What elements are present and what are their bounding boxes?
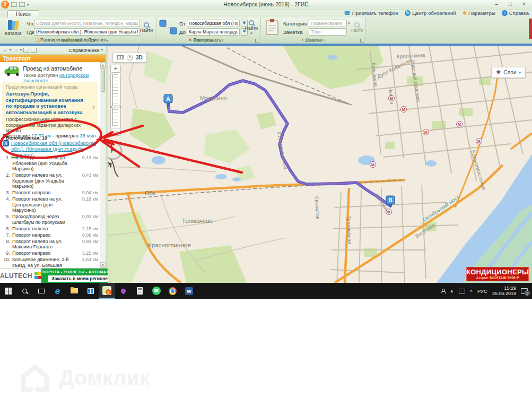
scroll-up-button[interactable]: ▲ bbox=[100, 62, 106, 68]
windows-logo-icon bbox=[5, 288, 12, 295]
route-step[interactable]: 9.Поворот направо3,25 км bbox=[2, 250, 98, 256]
zoom-out-button[interactable]: − bbox=[110, 128, 121, 136]
scroll-down-button[interactable]: ▼ bbox=[100, 262, 106, 268]
edge-panel-sliver bbox=[529, 19, 532, 39]
zoom-slider-handle[interactable] bbox=[111, 106, 120, 108]
map-canvas[interactable]: ✈ М М М М М М М Марусино Станционная 2-я… bbox=[108, 46, 532, 283]
note-input[interactable] bbox=[309, 28, 347, 36]
from-input[interactable] bbox=[187, 20, 240, 27]
traffic-clock-icon[interactable] bbox=[127, 55, 133, 60]
minimize-button[interactable]: – bbox=[490, 0, 503, 8]
close-button[interactable]: × bbox=[517, 0, 531, 8]
category-select[interactable] bbox=[309, 20, 347, 27]
folder-icon bbox=[71, 288, 78, 293]
tray-network-icon[interactable] bbox=[459, 289, 465, 293]
where-input[interactable] bbox=[34, 28, 140, 36]
file-explorer-button[interactable] bbox=[66, 283, 82, 299]
banner-line1: ВОРОТА • РОЛЛЕТЫ • АВТОМАТИКА bbox=[42, 270, 117, 274]
taskbar-search-button[interactable] bbox=[16, 283, 33, 299]
catalog-button[interactable]: Каталог bbox=[2, 18, 25, 37]
language-indicator[interactable]: РУС bbox=[477, 288, 487, 294]
dialog-launcher-icon[interactable] bbox=[360, 39, 364, 42]
find-button-search[interactable]: Найти bbox=[138, 18, 155, 37]
chevron-down-icon: ▾ bbox=[519, 71, 521, 75]
store-button[interactable] bbox=[82, 283, 99, 299]
route-time: 38 мин bbox=[80, 133, 96, 139]
word-icon: W bbox=[185, 287, 193, 295]
export-icon[interactable] bbox=[31, 48, 37, 53]
route-step[interactable]: 8.Поворот налево на ул. Максима Горького… bbox=[2, 239, 98, 250]
back-button[interactable]: ← bbox=[3, 47, 8, 53]
route-steps-list: 1.Начало движения по ул. Яблоневая (днп … bbox=[2, 155, 98, 268]
task-view-button[interactable] bbox=[33, 283, 49, 299]
taskbar-clock[interactable]: 15:2926.06.2019 bbox=[492, 285, 516, 296]
route-step[interactable]: 1.Начало движения по ул. Яблоневая (днп … bbox=[2, 155, 98, 172]
title-bar: 2 ▾ Новосибирск (июнь 2019) - 2ГИС – □ × bbox=[0, 0, 532, 10]
route-step[interactable]: 2.Поворот налево на ул. Кедровая (днп Ус… bbox=[2, 172, 98, 189]
maps-button[interactable] bbox=[115, 283, 132, 299]
route-step[interactable]: 3.Поворот направо0,04 км bbox=[2, 190, 98, 196]
link-help[interactable]: ?Справка bbox=[502, 10, 529, 16]
route-step[interactable]: 10.Кольцевое движение, 2-й съезд, на ул.… bbox=[2, 257, 98, 268]
search-icon bbox=[249, 20, 254, 25]
to-input[interactable] bbox=[187, 28, 240, 36]
chevron-down-icon[interactable]: ▾ bbox=[20, 48, 22, 52]
route-step[interactable]: 7.Поворот направо0,08 км bbox=[2, 232, 98, 238]
references-dropdown[interactable]: Справочники▾ bbox=[69, 47, 103, 53]
scrollbar-thumb[interactable] bbox=[101, 68, 105, 92]
link-parameters[interactable]: ✱Параметры bbox=[463, 10, 495, 16]
2gis-button[interactable] bbox=[99, 283, 115, 299]
find-button-route[interactable]: Найти▾ bbox=[243, 18, 260, 37]
tab-search[interactable]: Поиск bbox=[7, 10, 39, 18]
offer-title-link[interactable]: Автозвук-Профи, сертифицированная компан… bbox=[6, 91, 90, 115]
link-update-center[interactable]: ↻Центр обновлений bbox=[405, 10, 456, 16]
whatsapp-button[interactable]: ☎ bbox=[148, 283, 164, 299]
search-icon bbox=[144, 22, 149, 28]
tray-volume-muted-icon[interactable]: × bbox=[470, 288, 473, 293]
from-label: От bbox=[179, 21, 186, 27]
group-label-notes: Заметки bbox=[261, 38, 365, 44]
offer-ad-block[interactable]: Предложения организаций города Автозвук-… bbox=[2, 82, 98, 130]
ruler-icon[interactable] bbox=[117, 55, 124, 59]
what-input[interactable] bbox=[34, 20, 140, 27]
notification-icon[interactable]: 2 bbox=[521, 288, 528, 294]
chrome-button[interactable] bbox=[164, 283, 181, 299]
zoom-slider[interactable] bbox=[110, 73, 121, 128]
map-ad-badge[interactable]: КОНДИЦИОНЕРЫ Акция! МОНТАЖ 5999 Р bbox=[466, 267, 529, 281]
link-bind-phone[interactable]: ☎Привязать телефон bbox=[344, 10, 398, 16]
transport-mode-title: Проезд на автомобиле bbox=[23, 65, 97, 72]
route-step[interactable]: 4.Поворот налево на ул. Центральная (днп… bbox=[2, 196, 98, 213]
find-button-notes[interactable]: Найти bbox=[349, 18, 365, 37]
3d-button[interactable]: 3D bbox=[136, 55, 143, 60]
chevron-down-icon[interactable]: ▾ bbox=[10, 48, 12, 52]
quick-access-map-icon[interactable] bbox=[11, 2, 17, 7]
tray-chevron-icon[interactable]: ▲ bbox=[450, 289, 454, 293]
quick-access-print-icon[interactable] bbox=[19, 2, 25, 7]
bottom-ad-banner[interactable]: ALUTECH ВОРОТА • РОЛЛЕТЫ • АВТОМАТИКА За… bbox=[0, 268, 106, 283]
chevron-right-icon: › bbox=[92, 102, 95, 111]
route-start-badge: А bbox=[3, 140, 9, 146]
panel-scrollbar[interactable]: ▲ ▼ bbox=[100, 62, 106, 268]
whatsapp-icon: ☎ bbox=[152, 287, 161, 295]
panel-toolbar: ← ▾ → ▾ Справочники▾ bbox=[0, 46, 106, 55]
quick-access-chevron-icon[interactable]: ▾ bbox=[27, 3, 29, 7]
route-step[interactable]: 5.Проход/проезд через шлагбаум по пропус… bbox=[2, 214, 98, 225]
word-button[interactable]: W bbox=[181, 283, 197, 299]
dialog-launcher-icon[interactable] bbox=[255, 39, 259, 42]
svg-text:М: М bbox=[424, 131, 428, 134]
forward-button[interactable]: → bbox=[13, 47, 19, 53]
tray-people-icon[interactable] bbox=[441, 289, 445, 293]
maximize-button[interactable]: □ bbox=[503, 0, 517, 8]
start-button[interactable] bbox=[0, 283, 16, 299]
svg-text:М: М bbox=[458, 123, 461, 126]
watermark: Домклик bbox=[18, 363, 150, 393]
edge-button[interactable]: e bbox=[49, 283, 66, 299]
calculator-button[interactable] bbox=[132, 283, 148, 299]
chrome-icon bbox=[169, 287, 177, 295]
route-step[interactable]: 6.Поворот налево2,15 км bbox=[2, 226, 98, 232]
layers-button[interactable]: ✱ Слои ▾ bbox=[491, 67, 526, 78]
panel-body: Проезд на автомобиле Также доступен на г… bbox=[0, 62, 106, 268]
banner-order-button[interactable]: Заказать в моем регионе bbox=[48, 275, 111, 282]
zoom-in-button[interactable]: + bbox=[110, 65, 121, 73]
print-icon[interactable] bbox=[23, 48, 29, 53]
